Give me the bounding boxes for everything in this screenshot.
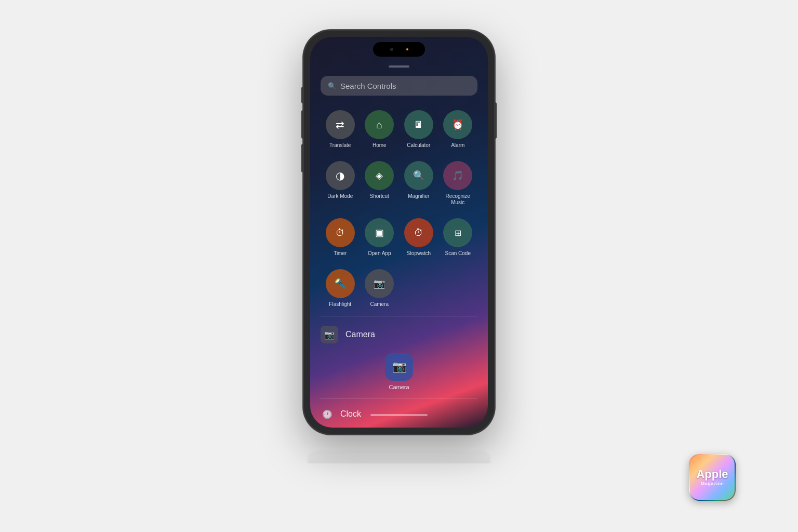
control-dark-mode[interactable]: ◑ Dark Mode [321, 157, 360, 210]
apple-badge-inner: Apple Magazine [690, 455, 735, 500]
apple-badge-text: Apple [696, 469, 728, 480]
camera-large-label: Camera [389, 384, 409, 390]
control-open-app[interactable]: ▣ Open App [360, 214, 400, 261]
control-home[interactable]: ⌂ Home [360, 106, 400, 153]
dark-mode-label: Dark Mode [327, 193, 353, 200]
calculator-icon: 🖩 [414, 119, 423, 130]
search-placeholder: Search Controls [340, 82, 396, 90]
clock-glyph: 🕐 [322, 409, 332, 419]
dynamic-island [373, 42, 425, 57]
camera-icon: 📷 [374, 278, 385, 289]
control-flashlight[interactable]: 🔦 Flashlight [321, 265, 360, 312]
open-app-icon: ▣ [375, 227, 384, 238]
timer-icon-circle: ⏱ [326, 218, 355, 247]
controls-row-1: ⇄ Translate ⌂ Home 🖩 Calcu [310, 104, 488, 155]
timer-icon: ⏱ [336, 228, 345, 238]
camera-large-section: 📷 Camera [310, 351, 488, 396]
control-alarm[interactable]: ⏰ Alarm [438, 106, 478, 153]
translate-label: Translate [329, 142, 351, 149]
controls-row-3: ⏱ Timer ▣ Open App ⏱ Stopwa [310, 212, 488, 263]
flashlight-icon: 🔦 [335, 278, 346, 289]
camera-suggestion-row[interactable]: 📷 Camera [321, 321, 477, 349]
bottom-icons-row: ⏰ ⏱ ⏱ [310, 424, 488, 428]
camera-suggestion-label: Camera [345, 330, 375, 339]
front-camera [390, 48, 393, 51]
camera-large-control[interactable]: 📷 Camera [321, 351, 477, 394]
apple-badge-sub: Magazine [701, 481, 724, 486]
control-camera[interactable]: 📷 Camera [360, 265, 400, 312]
controls-row-2: ◑ Dark Mode ◈ Shortcut 🔍 M [310, 155, 488, 212]
mic-indicator [406, 48, 408, 50]
translate-icon-circle: ⇄ [326, 110, 355, 139]
control-calculator[interactable]: 🖩 Calculator [399, 106, 438, 153]
clock-icon: 🕐 [321, 407, 334, 421]
power-button [495, 102, 497, 139]
camera-icon-circle: 📷 [365, 269, 394, 298]
translate-icon: ⇄ [336, 118, 344, 131]
calculator-label: Calculator [407, 142, 430, 149]
screen-content: 🔍 Search Controls ⇄ Translate ⌂ [310, 71, 488, 428]
scan-code-icon-circle: ⊞ [443, 218, 472, 247]
magnifier-icon-circle: 🔍 [404, 161, 433, 190]
control-timer[interactable]: ⏱ Timer [321, 214, 360, 261]
clock-label: Clock [340, 409, 361, 419]
control-shortcut[interactable]: ◈ Shortcut [360, 157, 400, 210]
shortcut-icon: ◈ [376, 170, 383, 181]
timer-label: Timer [334, 250, 347, 257]
camera-suggestion-icon: 📷 [321, 326, 338, 343]
control-recognize-music[interactable]: 🎵 RecognizeMusic [438, 157, 478, 210]
scan-code-label: Scan Code [445, 250, 471, 257]
home-icon-circle: ⌂ [365, 110, 394, 139]
search-bar[interactable]: 🔍 Search Controls [321, 76, 477, 96]
divider-1 [321, 316, 477, 316]
divider-2 [321, 398, 477, 399]
camera-label: Camera [370, 301, 389, 308]
calculator-icon-circle: 🖩 [404, 110, 433, 139]
apple-badge: Apple Magazine [689, 454, 736, 501]
stopwatch-label: Stopwatch [406, 250, 431, 257]
control-stopwatch[interactable]: ⏱ Stopwatch [399, 214, 438, 261]
stopwatch-icon: ⏱ [414, 228, 423, 238]
dark-mode-icon-circle: ◑ [326, 161, 355, 190]
open-app-label: Open App [368, 250, 391, 257]
alarm-icon: ⏰ [452, 119, 463, 130]
suggestion-section: 📷 Camera [310, 318, 488, 351]
recognize-music-icon-circle: 🎵 [443, 161, 472, 190]
phone-shell: 🔍 Search Controls ⇄ Translate ⌂ [303, 30, 495, 435]
phone-screen: 🔍 Search Controls ⇄ Translate ⌂ [310, 37, 488, 428]
top-bar [310, 37, 488, 63]
recognize-music-icon: 🎵 [452, 170, 463, 181]
drag-handle[interactable] [389, 65, 409, 68]
magnifier-icon: 🔍 [413, 170, 424, 181]
dark-mode-icon: ◑ [336, 169, 344, 182]
phone-reflection [308, 448, 490, 463]
control-translate[interactable]: ⇄ Translate [321, 106, 360, 153]
controls-row-4: 🔦 Flashlight 📷 Camera [310, 263, 488, 314]
flashlight-label: Flashlight [329, 301, 351, 308]
control-magnifier[interactable]: 🔍 Magnifier [399, 157, 438, 210]
alarm-label: Alarm [451, 142, 464, 149]
home-label: Home [373, 142, 387, 149]
open-app-icon-circle: ▣ [365, 218, 394, 247]
shortcut-icon-circle: ◈ [365, 161, 394, 190]
search-icon: 🔍 [328, 82, 336, 90]
home-icon: ⌂ [376, 119, 382, 131]
camera-large-icon: 📷 [392, 360, 406, 374]
scan-code-icon: ⊞ [455, 228, 461, 238]
camera-large-icon-circle: 📷 [385, 353, 413, 381]
silent-switch [301, 87, 303, 103]
control-scan-code[interactable]: ⊞ Scan Code [438, 214, 478, 261]
volume-up-button [301, 110, 303, 139]
flashlight-icon-circle: 🔦 [326, 269, 355, 298]
stopwatch-icon-circle: ⏱ [404, 218, 433, 247]
recognize-music-label: RecognizeMusic [446, 193, 470, 206]
shortcut-label: Shortcut [370, 193, 389, 200]
camera-suggestion-icon-glyph: 📷 [324, 330, 335, 340]
clock-section: 🕐 Clock [310, 401, 488, 424]
magnifier-label: Magnifier [408, 193, 429, 200]
volume-down-button [301, 144, 303, 172]
alarm-icon-circle: ⏰ [443, 110, 472, 139]
home-indicator [370, 414, 428, 416]
